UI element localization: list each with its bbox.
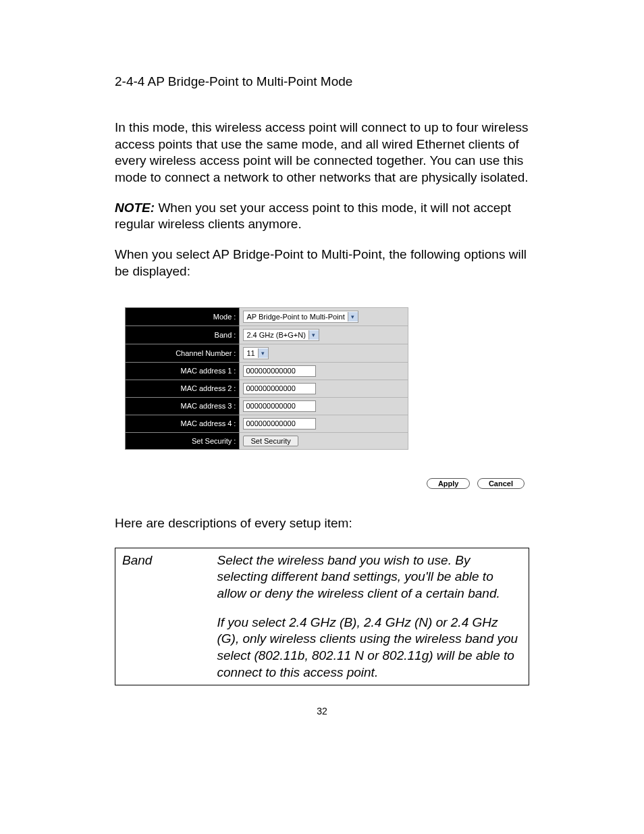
cancel-button[interactable]: Cancel xyxy=(477,478,525,489)
description-table: Band Select the wireless band you wish t… xyxy=(115,548,529,686)
apply-button[interactable]: Apply xyxy=(427,478,471,489)
mac1-label: MAC address 1 : xyxy=(126,362,240,380)
mac4-input[interactable]: 000000000000 xyxy=(243,418,316,429)
mac3-input[interactable]: 000000000000 xyxy=(243,400,316,412)
set-security-button[interactable]: Set Security xyxy=(243,436,298,446)
desc-def-p2: If you select 2.4 GHz (B), 2.4 GHz (N) o… xyxy=(217,615,522,681)
mode-select-value: AP Bridge-Point to Multi-Point xyxy=(244,313,347,321)
config-buttons: Apply Cancel xyxy=(115,477,528,489)
channel-select-value: 11 xyxy=(244,349,257,357)
options-intro: When you select AP Bridge-Point to Multi… xyxy=(115,246,529,280)
band-select-value: 2.4 GHz (B+G+N) xyxy=(244,331,308,339)
chevron-down-icon: ▾ xyxy=(308,330,319,340)
mode-label: Mode : xyxy=(126,307,240,325)
set-security-label: Set Security : xyxy=(126,432,240,449)
mac1-input[interactable]: 000000000000 xyxy=(243,365,316,377)
mac3-label: MAC address 3 : xyxy=(126,397,240,415)
page-content: 2-4-4 AP Bridge-Point to Multi-Point Mod… xyxy=(0,0,644,744)
intro-paragraph: In this mode, this wireless access point… xyxy=(115,120,529,186)
mac2-input[interactable]: 000000000000 xyxy=(243,383,316,394)
chevron-down-icon: ▾ xyxy=(258,348,268,358)
config-table: Mode : AP Bridge-Point to Multi-Point ▾ … xyxy=(125,307,408,450)
mac4-label: MAC address 4 : xyxy=(126,415,240,432)
band-select[interactable]: 2.4 GHz (B+G+N) ▾ xyxy=(243,329,319,341)
channel-label: Channel Number : xyxy=(126,344,240,362)
page-number: 32 xyxy=(115,706,529,716)
mode-select[interactable]: AP Bridge-Point to Multi-Point ▾ xyxy=(243,311,358,323)
mac2-label: MAC address 2 : xyxy=(126,380,240,397)
desc-def-p1: Select the wireless band you wish to use… xyxy=(217,552,522,602)
band-label: Band : xyxy=(126,325,240,344)
note-label: NOTE: xyxy=(115,201,155,215)
chevron-down-icon: ▾ xyxy=(348,312,358,321)
desc-definition: Select the wireless band you wish to use… xyxy=(210,548,529,685)
description-intro: Here are descriptions of every setup ite… xyxy=(115,516,529,531)
note-text: When you set your access point to this m… xyxy=(115,201,511,232)
section-title: 2-4-4 AP Bridge-Point to Multi-Point Mod… xyxy=(115,74,529,89)
desc-term: Band xyxy=(115,548,211,685)
config-panel: Mode : AP Bridge-Point to Multi-Point ▾ … xyxy=(115,307,528,489)
channel-select[interactable]: 11 ▾ xyxy=(243,347,268,359)
note-paragraph: NOTE: When you set your access point to … xyxy=(115,200,529,233)
